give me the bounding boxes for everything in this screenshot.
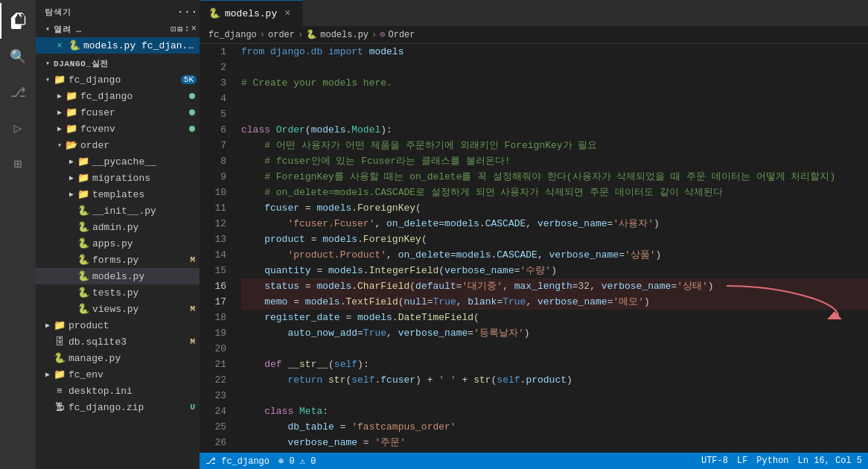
code-line-22: return str(self.fcuser) + ' ' + str(self… — [241, 372, 868, 388]
line-number-2: 2 — [200, 60, 226, 75]
status-language[interactable]: Python — [756, 456, 788, 466]
code-line-16: status = models.CharField(default='대기중',… — [241, 278, 868, 294]
code-area[interactable]: from django.db import models # Create yo… — [235, 44, 868, 453]
tree-item-manage[interactable]: ▶ 🐍 manage.py — [36, 350, 200, 366]
extensions-icon[interactable]: ⊞ — [0, 146, 36, 182]
folder-open-icon: 📂 — [66, 139, 77, 151]
status-branch[interactable]: ⎇ fc_django — [205, 456, 269, 467]
tree-item-pycache[interactable]: ▶ 📁 __pycache__ — [36, 153, 200, 170]
tree-item-desktop-ini[interactable]: ▶ ≡ desktop.ini — [36, 383, 200, 399]
status-line-ending[interactable]: LF — [737, 456, 747, 466]
tab-close-button[interactable]: × — [281, 7, 293, 19]
status-errors[interactable]: ⊗ 0 ⚠ 0 — [278, 456, 316, 467]
sidebar-header-icons: ··· — [182, 6, 194, 18]
line-number-19: 19 — [200, 325, 226, 341]
code-line-5 — [241, 106, 868, 122]
zip-file-icon: 🗜 — [54, 401, 66, 413]
line-number-21: 21 — [200, 357, 226, 372]
python-file-icon: 🐍 — [77, 254, 89, 266]
open-editors-section[interactable]: ▾ 열려 … ⊡ ⊞ ↕ × — [36, 21, 200, 37]
tree-item-order[interactable]: ▾ 📂 order — [36, 137, 200, 153]
code-line-26: verbose_name = '주문' — [241, 435, 868, 450]
line-number-25: 25 — [200, 419, 226, 435]
tree-item-zip[interactable]: ▶ 🗜 fc_django.zip U — [36, 399, 200, 415]
tree-item-fc_django[interactable]: ▶ 📁 fc_django — [36, 88, 200, 104]
refresh-icon[interactable]: ↕ — [185, 24, 190, 34]
status-encoding[interactable]: UTF-8 — [701, 456, 728, 466]
python-file-icon: 🐍 — [77, 287, 89, 299]
python-file-icon: 🐍 — [77, 221, 89, 233]
tree-item-admin[interactable]: ▶ 🐍 admin.py — [36, 219, 200, 235]
git-icon[interactable]: ⎇ — [0, 74, 36, 110]
new-file-icon[interactable]: ⊡ — [170, 24, 176, 35]
close-all-icon[interactable]: × — [191, 24, 197, 34]
code-line-15: quantity = models.IntegerField(verbose_n… — [241, 263, 868, 278]
folder-icon: 📁 — [54, 319, 66, 331]
line-number-24: 24 — [200, 403, 226, 419]
tree-item-views[interactable]: ▶ 🐍 views.py M — [36, 301, 200, 317]
folder-icon: 📁 — [77, 156, 89, 168]
code-line-20 — [241, 341, 868, 357]
debug-icon[interactable]: ▷ — [0, 110, 36, 146]
tree-item-fcuser[interactable]: ▶ 📁 fcuser — [36, 104, 200, 121]
tree-item-apps[interactable]: ▶ 🐍 apps.py — [36, 235, 200, 252]
code-line-11: fcuser = models.ForeignKey( — [241, 200, 868, 216]
code-line-27: verbose_name_plural = '주문' — [241, 450, 868, 453]
python-tab-icon: 🐍 — [208, 7, 220, 19]
python-file-icon: 🐍 — [77, 237, 89, 249]
tree-item-models[interactable]: ▶ 🐍 models.py — [36, 268, 200, 284]
tab-bar: 🐍 models.py × — [200, 0, 868, 26]
sidebar: 탐색기 ··· ▾ 열려 … ⊡ ⊞ ↕ × × 🐍 models.py fc_… — [36, 0, 200, 469]
tab-models-py[interactable]: 🐍 models.py × — [200, 0, 303, 26]
code-line-21: def __str__(self): — [241, 357, 868, 372]
file-tree: ▾ 📁 fc_django 5K ▶ 📁 fc_django ▶ 📁 fcuse… — [36, 71, 200, 469]
tree-item-templates[interactable]: ▶ 📁 templates — [36, 186, 200, 202]
code-line-2 — [241, 60, 868, 75]
line-number-17: 17 — [200, 294, 226, 310]
code-line-18: register_date = models.DateTimeField( — [241, 310, 868, 325]
line-number-12: 12 — [200, 216, 226, 232]
breadcrumb-order-class[interactable]: Order — [388, 30, 415, 40]
line-number-22: 22 — [200, 372, 226, 388]
tree-item-tests[interactable]: ▶ 🐍 tests.py — [36, 284, 200, 301]
activity-bar: 🔍 ⎇ ▷ ⊞ — [0, 0, 36, 469]
code-line-4 — [241, 91, 868, 106]
file-icon: ≡ — [54, 385, 66, 397]
open-file-item[interactable]: × 🐍 models.py fc_djan... — [36, 37, 200, 54]
folder-icon: 📁 — [54, 74, 66, 86]
tree-item-fc_django-root[interactable]: ▾ 📁 fc_django 5K — [36, 71, 200, 88]
tree-item-fcvenv[interactable]: ▶ 📁 fcvenv — [36, 121, 200, 137]
breadcrumb-class-icon: ⊙ — [380, 29, 385, 40]
tree-item-fcenv[interactable]: ▶ 📁 fc_env — [36, 366, 200, 383]
line-number-20: 20 — [200, 341, 226, 357]
code-line-17: memo = models.TextField(null=True, blank… — [241, 294, 868, 310]
line-number-9: 9 — [200, 169, 226, 185]
line-number-11: 11 — [200, 200, 226, 216]
tree-item-forms[interactable]: ▶ 🐍 forms.py M — [36, 252, 200, 268]
folder-icon: 📁 — [77, 188, 89, 200]
explorer-header: 탐색기 ··· — [36, 0, 200, 21]
breadcrumb-order[interactable]: order — [268, 30, 295, 40]
line-number-16: 16 — [200, 278, 226, 294]
open-file-label: models.py fc_djan... — [83, 40, 200, 51]
breadcrumb-fc_django[interactable]: fc_django — [208, 30, 257, 40]
code-line-6: class Order(models.Model): — [241, 122, 868, 138]
more-icon[interactable]: ··· — [182, 6, 194, 18]
workspace-section[interactable]: ▾ DJANGO_실전 — [36, 55, 200, 71]
breadcrumb-models-py[interactable]: models.py — [320, 30, 368, 40]
status-bar: ⎇ fc_django ⊗ 0 ⚠ 0 UTF-8 LF Python Ln 1… — [200, 453, 868, 469]
tree-item-db[interactable]: ▶ 🗄 db.sqlite3 M — [36, 334, 200, 350]
python-file-icon: × — [54, 39, 66, 51]
status-cursor[interactable]: Ln 16, Col 5 — [798, 456, 862, 466]
folder-icon: 📁 — [77, 172, 89, 184]
code-editor[interactable]: 1234567891011121314151617181920212223242… — [200, 44, 868, 453]
search-icon[interactable]: 🔍 — [0, 39, 36, 74]
python-file-icon: 🐍 — [77, 270, 89, 282]
tree-item-init[interactable]: ▶ 🐍 __init__.py — [36, 202, 200, 219]
tree-item-migrations[interactable]: ▶ 📁 migrations — [36, 170, 200, 186]
files-icon[interactable] — [0, 3, 36, 39]
code-line-23 — [241, 388, 868, 403]
new-folder-icon[interactable]: ⊞ — [177, 24, 182, 35]
code-line-12: 'fcuser.Fcuser', on_delete=models.CASCAD… — [241, 216, 868, 232]
tree-item-product[interactable]: ▶ 📁 product — [36, 317, 200, 334]
